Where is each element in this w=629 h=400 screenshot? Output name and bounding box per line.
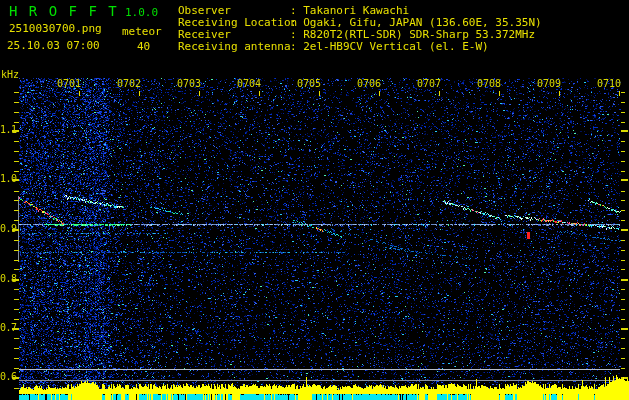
x-axis-label-0705: 0705 [294, 79, 321, 89]
mode-label: meteor [122, 26, 162, 37]
y-axis-label-0.6: 0.6 [0, 372, 14, 382]
frame-datetime: 25.10.03 07:00 [7, 40, 100, 51]
y-axis-label-0.7: 0.7 [0, 323, 14, 333]
x-axis-label-0704: 0704 [234, 79, 261, 89]
x-axis-label-0701: 0701 [54, 79, 81, 89]
output-filename: 2510030700.png [9, 23, 102, 34]
info-row-location: Receiving Location: Ogaki, Gifu, JAPAN (… [178, 16, 542, 28]
y-axis-label-1.0: 1.0 [0, 174, 14, 184]
info-label: Receiving antenna [178, 40, 290, 53]
x-axis-label-0702: 0702 [114, 79, 141, 89]
info-separator: : [290, 40, 303, 53]
x-axis-label-0709: 0709 [534, 79, 561, 89]
y-axis-unit: kHz [1, 70, 19, 80]
x-axis-label-0708: 0708 [474, 79, 501, 89]
info-row-antenna: Receiving antenna: 2el-HB9CV Vertical (e… [178, 40, 542, 52]
y-axis-label-0.9: 0.9 [0, 224, 14, 234]
info-value: 2el-HB9CV Vertical (el. E-W) [303, 40, 488, 53]
x-axis-label-0703: 0703 [174, 79, 201, 89]
station-info: Observer: Takanori Kawachi Receiving Loc… [178, 4, 542, 52]
info-row-receiver: Receiver: R820T2(RTL-SDR) SDR-Sharp 53.3… [178, 28, 542, 40]
app-version: 1.0.0 [125, 7, 158, 18]
app-title: H R O F F T [9, 4, 118, 18]
x-axis-label-0706: 0706 [354, 79, 381, 89]
info-row-observer: Observer: Takanori Kawachi [178, 4, 542, 16]
x-axis-label-0710: 0710 [594, 79, 621, 89]
x-axis-label-0707: 0707 [414, 79, 441, 89]
spectrogram-canvas [0, 0, 629, 400]
y-axis-label-0.8: 0.8 [0, 274, 14, 284]
y-axis-label-1.1: 1.1 [0, 125, 14, 135]
hrofft-window: H R O F F T 1.0.0 2510030700.png meteor … [0, 0, 629, 400]
echo-count: 40 [137, 41, 150, 52]
